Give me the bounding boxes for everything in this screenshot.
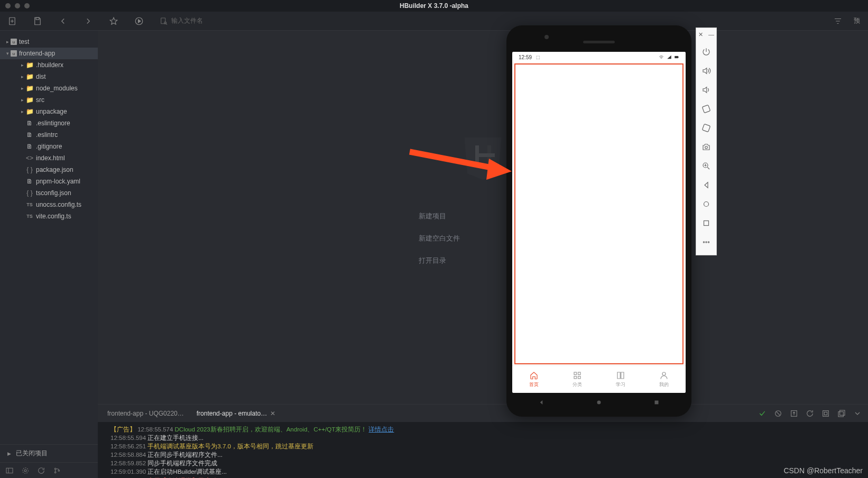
console-tab[interactable]: frontend-app - UQG0220… [107,410,184,417]
svg-rect-14 [824,412,827,415]
tree-item[interactable]: <>index.html [0,152,98,164]
watermark: CSDN @RobertTeacher [783,466,863,475]
locate-icon[interactable] [21,466,30,475]
git-icon[interactable] [53,466,61,475]
close-icon[interactable]: ✕ [270,410,275,417]
svg-point-9 [54,472,56,473]
toolbar: 输入文件名 预 [0,12,868,31]
camera-icon[interactable] [698,137,715,157]
popout-icon[interactable] [837,409,846,418]
stop-icon[interactable] [774,409,782,418]
zoom-icon[interactable] [698,157,715,176]
tree-item[interactable]: ▸📁dist [0,71,98,82]
app-tab-user[interactable]: 我的 [642,366,686,393]
svg-point-34 [708,242,709,243]
volume-up-icon[interactable] [698,61,715,80]
console-tabs: frontend-app - UQG0220…frontend-app - em… [98,404,868,422]
closed-projects[interactable]: ▶ 已关闭项目 [0,444,98,462]
emulator-close-icon[interactable]: ✕ [698,31,703,38]
save-icon[interactable] [33,16,42,26]
svg-rect-21 [574,376,577,379]
more-icon[interactable] [698,233,715,252]
window-title: HBuilder X 3.7.0 -alpha [400,2,468,10]
svg-rect-19 [574,372,577,375]
tree-item[interactable]: ▸📁node_modules [0,82,98,94]
android-recent-icon[interactable] [653,399,660,406]
forward-icon[interactable] [84,16,93,26]
tree-item[interactable]: ▸📁.hbuilderx [0,59,98,71]
svg-point-24 [597,401,601,405]
svg-rect-26 [702,105,710,113]
app-tab-book[interactable]: 学习 [599,366,642,393]
restart-icon[interactable] [806,409,814,418]
emulator-minimize-icon[interactable]: — [708,31,714,38]
status-icons [658,54,679,60]
filter-icon[interactable] [833,16,843,26]
main-body: ▸utest▾ufrontend-app▸📁.hbuilderx▸📁dist▸📁… [0,31,868,478]
welcome-link[interactable]: 打开目录 [419,256,460,265]
rotate-left-icon[interactable] [698,99,715,118]
star-icon[interactable] [109,16,118,26]
console-output[interactable]: 【广告】 12:58:55.574 DCloud 2023新春招聘开启，欢迎前端… [98,422,868,478]
check-icon[interactable] [758,409,767,418]
clear-icon[interactable] [821,409,830,418]
tree-item[interactable]: ▸📁unpackage [0,106,98,117]
welcome-link[interactable]: 新建空白文件 [419,234,460,243]
svg-rect-5 [6,468,13,473]
file-search[interactable]: 输入文件名 [160,16,203,25]
export-icon[interactable] [790,409,798,418]
welcome-link[interactable]: 新建项目 [419,212,460,221]
rotate-right-icon[interactable] [698,118,715,137]
preview-icon[interactable]: 预 [852,16,862,26]
volume-down-icon[interactable] [698,80,715,99]
app-viewport[interactable] [514,63,684,364]
svg-point-30 [704,202,709,207]
sidebar-footer [0,462,98,478]
android-back-icon[interactable] [538,399,545,406]
phone-emulator[interactable]: 12:59⬚ 首页分类学习我的 [506,25,691,417]
svg-point-6 [24,470,26,472]
svg-rect-3 [161,18,165,24]
back-nav-icon[interactable] [698,176,715,195]
collapse-icon[interactable] [5,466,14,475]
tree-item[interactable]: 🗎.eslintrc [0,129,98,141]
tree-item[interactable]: 🗎pnpm-lock.yaml [0,176,98,187]
refresh-icon[interactable] [37,466,45,475]
tree-item[interactable]: TSunocss.config.ts [0,199,98,210]
traffic-lights[interactable] [5,3,30,8]
app-window: HBuilder X 3.7.0 -alpha 输入文件名 预 ▸utest▾u… [0,0,868,478]
app-tab-grid[interactable]: 分类 [556,366,599,393]
tree-item[interactable]: ▸📁src [0,94,98,106]
app-tab-bar: 首页分类学习我的 [512,365,686,393]
svg-rect-25 [655,401,659,405]
tree-item[interactable]: ▾ufrontend-app [0,48,98,59]
android-home-icon[interactable] [595,399,603,406]
tree-item[interactable]: 🗎.eslintignore [0,117,98,129]
editor-area: 新建项目新建空白文件打开目录 主题切换快捷键方案入门教程 frontend-ap… [98,31,868,478]
console-tools [758,409,868,418]
tree-item[interactable]: ▸utest [0,36,98,48]
status-bar: 12:59⬚ [512,52,686,62]
run-icon[interactable] [134,16,144,26]
tree-item[interactable]: TSvite.config.ts [0,210,98,222]
console-tab[interactable]: frontend-app - emulato…✕ [197,410,275,417]
svg-rect-22 [578,376,581,379]
tree-item[interactable]: 🗎.gitignore [0,141,98,152]
tree-item[interactable]: { }tsconfig.json [0,187,98,199]
svg-point-32 [703,242,704,243]
svg-point-33 [706,242,707,243]
svg-rect-13 [823,410,829,416]
search-placeholder: 输入文件名 [171,16,203,25]
back-icon[interactable] [58,16,68,26]
tree-item[interactable]: { }package.json [0,164,98,176]
app-tab-home[interactable]: 首页 [512,366,556,393]
svg-rect-17 [675,56,678,58]
home-nav-icon[interactable] [698,195,715,214]
svg-rect-16 [840,410,845,415]
file-tree[interactable]: ▸utest▾ufrontend-app▸📁.hbuilderx▸📁dist▸📁… [0,31,98,444]
new-file-icon[interactable] [7,16,17,26]
recent-nav-icon[interactable] [698,214,715,233]
sidebar: ▸utest▾ufrontend-app▸📁.hbuilderx▸📁dist▸📁… [0,31,98,478]
power-icon[interactable] [698,42,715,61]
collapse-console-icon[interactable] [853,409,862,418]
